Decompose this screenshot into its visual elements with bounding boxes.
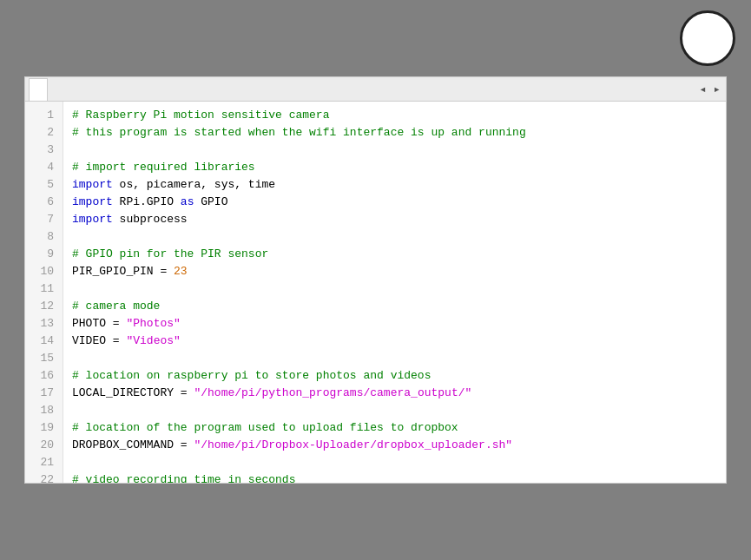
code-line: # location of the program used to upload… — [72, 419, 717, 437]
code-content[interactable]: # Raspberry Pi motion sensitive camera# … — [63, 102, 726, 483]
code-line: # camera mode — [72, 298, 717, 315]
token-string: "/home/pi/python_programs/camera_output/… — [194, 386, 471, 399]
line-number: 22 — [30, 471, 54, 483]
line-number: 11 — [30, 280, 54, 298]
line-number: 15 — [30, 350, 54, 367]
code-area: 1234567891011121314151617181920212223242… — [25, 102, 726, 483]
line-number: 12 — [30, 298, 54, 315]
line-number: 14 — [30, 333, 54, 350]
code-line: # this program is started when the wifi … — [72, 124, 717, 142]
token-plain: PIR_GPIO_PIN = — [72, 265, 174, 278]
code-line: DROPBOX_COMMAND = "/home/pi/Dropbox-Uplo… — [72, 437, 717, 454]
code-line: PHOTO = "Photos" — [72, 315, 717, 333]
line-number: 18 — [30, 402, 54, 419]
code-line — [72, 142, 717, 159]
code-line — [72, 402, 717, 419]
token-string: "Photos" — [126, 317, 180, 330]
code-line: # GPIO pin for the PIR sensor — [72, 246, 717, 263]
code-line — [72, 280, 717, 298]
code-line: import os, picamera, sys, time — [72, 176, 717, 194]
line-number: 4 — [30, 159, 54, 176]
line-number: 21 — [30, 454, 54, 471]
line-number: 9 — [30, 246, 54, 263]
code-line: # location on raspberry pi to store phot… — [72, 367, 717, 385]
file-tab[interactable] — [29, 78, 48, 101]
token-plain: RPi.GPIO — [113, 195, 181, 208]
token-string: "Videos" — [126, 334, 180, 347]
token-comment: # this program is started when the wifi … — [72, 126, 526, 139]
line-number: 17 — [30, 385, 54, 402]
token-comment: # location of the program used to upload… — [72, 421, 458, 434]
code-line — [72, 228, 717, 246]
code-line: PIR_GPIO_PIN = 23 — [72, 263, 717, 280]
code-editor: ◂ ▸ 123456789101112131415161718192021222… — [24, 76, 727, 484]
token-plain: LOCAL_DIRECTORY = — [72, 386, 194, 399]
token-plain: VIDEO = — [72, 334, 126, 347]
step-badge — [680, 10, 735, 66]
code-line: # Raspberry Pi motion sensitive camera — [72, 107, 717, 124]
token-keyword: import — [72, 213, 113, 226]
line-number: 20 — [30, 437, 54, 454]
tab-navigation: ◂ ▸ — [697, 82, 722, 96]
token-plain: PHOTO = — [72, 317, 126, 330]
code-line — [72, 454, 717, 471]
line-number: 7 — [30, 211, 54, 228]
line-number: 1 — [30, 107, 54, 124]
code-line — [72, 350, 717, 367]
token-keyword: as — [181, 195, 194, 208]
token-string: "/home/pi/Dropbox-Uploader/dropbox_uploa… — [194, 438, 512, 451]
code-line: LOCAL_DIRECTORY = "/home/pi/python_progr… — [72, 385, 717, 402]
code-line: # video recording time in seconds — [72, 471, 717, 483]
line-number: 5 — [30, 176, 54, 194]
token-keyword: import — [72, 178, 113, 191]
line-numbers: 1234567891011121314151617181920212223242… — [25, 102, 63, 483]
code-line: # import required libraries — [72, 159, 717, 176]
token-comment: # import required libraries — [72, 161, 255, 174]
token-plain: subprocess — [113, 213, 188, 226]
nav-right-icon[interactable]: ▸ — [712, 82, 722, 96]
code-line: VIDEO = "Videos" — [72, 333, 717, 350]
line-number: 6 — [30, 194, 54, 211]
line-number: 3 — [30, 142, 54, 159]
token-plain: GPIO — [194, 195, 227, 208]
code-line: import RPi.GPIO as GPIO — [72, 194, 717, 211]
nav-left-icon[interactable]: ◂ — [697, 82, 708, 96]
token-plain: os, picamera, sys, time — [113, 178, 275, 191]
code-line: import subprocess — [72, 211, 717, 228]
token-keyword: import — [72, 195, 113, 208]
token-comment: # location on raspberry pi to store phot… — [72, 369, 431, 382]
token-comment: # video recording time in seconds — [72, 473, 295, 483]
tab-bar: ◂ ▸ — [25, 77, 726, 102]
line-number: 2 — [30, 124, 54, 142]
token-comment: # Raspberry Pi motion sensitive camera — [72, 109, 329, 122]
line-number: 16 — [30, 367, 54, 385]
token-comment: # camera mode — [72, 300, 160, 313]
line-number: 8 — [30, 228, 54, 246]
line-number: 13 — [30, 315, 54, 333]
line-number: 10 — [30, 263, 54, 280]
token-comment: # GPIO pin for the PIR sensor — [72, 247, 268, 260]
token-number: 23 — [174, 265, 188, 278]
line-number: 19 — [30, 419, 54, 437]
token-plain: DROPBOX_COMMAND = — [72, 438, 194, 451]
